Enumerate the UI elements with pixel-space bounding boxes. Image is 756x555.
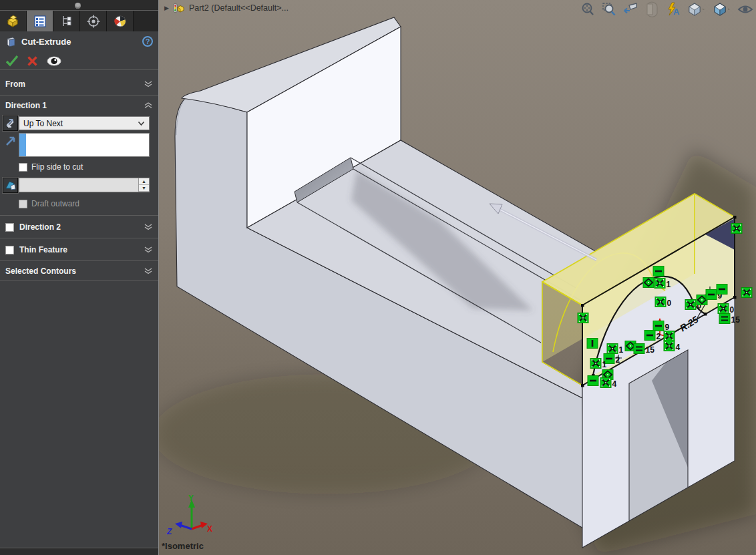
relation-badge-coincident[interactable]: 1: [607, 344, 624, 355]
chevron-double-down-icon[interactable]: [144, 80, 153, 88]
ok-checkmark-icon[interactable]: [5, 55, 19, 67]
headsup-toolbar: A: [580, 1, 753, 17]
relation-badge-horizontal[interactable]: [717, 285, 727, 295]
relation-count: 15: [646, 345, 655, 355]
display-style-icon[interactable]: [712, 1, 732, 17]
relation-badge-tangent[interactable]: [643, 278, 654, 288]
displaymanager-tab[interactable]: [107, 11, 134, 31]
relation-badge-coincident[interactable]: [578, 313, 588, 323]
relation-badge-coincident[interactable]: 0: [655, 297, 672, 308]
zoom-to-fit-icon[interactable]: [580, 1, 596, 17]
propertymanager-panel: Cut-Extrude ? From Direction 1: [0, 0, 159, 555]
panel-splitter-horizontal[interactable]: [0, 0, 158, 11]
axis-x-label: X: [207, 524, 212, 534]
relation-count: 0: [730, 305, 735, 315]
direction2-checkbox[interactable]: [5, 223, 14, 232]
extrude-direction-icon: [5, 134, 17, 147]
chevron-double-down-icon[interactable]: [144, 267, 153, 275]
relation-badge-vertical[interactable]: [587, 339, 598, 349]
quick-annotations-icon[interactable]: A: [665, 1, 681, 17]
relation-badge-equal[interactable]: 15: [719, 314, 740, 325]
configurationmanager-tab[interactable]: [53, 11, 80, 31]
draft-button[interactable]: [3, 178, 18, 193]
spinner-up-icon[interactable]: ▲: [139, 178, 149, 185]
graphics-viewport[interactable]: R.25 1009015115214924 Y X Z: [159, 0, 756, 555]
flip-side-checkbox-row[interactable]: Flip side to cut: [19, 162, 83, 172]
pm-action-bar: [0, 52, 158, 70]
flip-side-checkbox[interactable]: [19, 163, 27, 172]
propertymanager-tab[interactable]: [27, 11, 53, 31]
svg-text:A: A: [673, 7, 680, 17]
configuration-tree-icon: [59, 14, 74, 29]
direction-reference-listbox[interactable]: [19, 133, 150, 157]
feature-title: Cut-Extrude: [21, 37, 142, 47]
flyout-expander-icon[interactable]: ▶: [164, 5, 169, 11]
view-orientation-icon[interactable]: [687, 1, 707, 17]
panel-tab-strip: [0, 11, 158, 31]
relation-badge-coincident[interactable]: [731, 224, 742, 234]
splitter-grip-icon[interactable]: [75, 3, 81, 9]
relation-count: 4: [676, 343, 681, 352]
relation-badge-coincident[interactable]: 4: [664, 341, 681, 352]
relation-badge-horizontal[interactable]: 2: [644, 331, 661, 341]
listbox-selection-bar: [19, 134, 26, 156]
section-from-label: From: [5, 79, 25, 89]
zoom-to-area-icon[interactable]: [601, 1, 617, 17]
relation-count: 4: [612, 379, 617, 389]
draft-outward-checkbox-row: Draft outward: [19, 199, 79, 208]
section-thin-feature[interactable]: Thin Feature: [0, 240, 158, 260]
chevron-double-down-icon[interactable]: [144, 223, 153, 231]
section-selected-contours[interactable]: Selected Contours: [0, 262, 158, 281]
cancel-x-icon[interactable]: [27, 55, 38, 67]
section-thin-feature-label: Thin Feature: [19, 245, 67, 254]
section-direction1[interactable]: Direction 1: [0, 97, 158, 114]
relation-badge-horizontal[interactable]: [653, 266, 664, 276]
propertymanager-header: Cut-Extrude ?: [0, 31, 158, 51]
relation-count: 2: [656, 332, 661, 341]
reverse-direction-button[interactable]: [3, 116, 18, 131]
relation-count: 0: [667, 299, 672, 308]
thin-feature-checkbox[interactable]: [5, 246, 14, 254]
draft-outward-checkbox: [19, 200, 27, 208]
relation-count: 9: [665, 323, 670, 332]
featuremanager-tree-tab[interactable]: [0, 11, 27, 31]
relation-badge-coincident[interactable]: [741, 288, 752, 298]
section-direction2-label: Direction 2: [19, 222, 61, 232]
axis-y-label: Y: [188, 494, 194, 503]
relation-badge-coincident[interactable]: [664, 331, 675, 341]
axis-z-label: Z: [166, 527, 172, 536]
preview-eye-icon[interactable]: [46, 55, 62, 67]
part-icon: [6, 14, 21, 29]
spinner-down-icon[interactable]: ▼: [139, 185, 149, 192]
relation-badge-equal[interactable]: 15: [634, 344, 654, 355]
relation-badge-coincident[interactable]: 4: [600, 378, 617, 389]
dimxpert-target-icon: [86, 14, 101, 29]
relation-badge-horizontal[interactable]: 9: [653, 321, 670, 332]
appearance-ball-icon: [113, 14, 128, 29]
relation-badge-horizontal[interactable]: [588, 376, 598, 386]
section-direction2[interactable]: Direction 2: [0, 217, 158, 237]
previous-view-icon[interactable]: [622, 1, 638, 17]
flyout-document-title[interactable]: Part2 (Default<<Default>...: [189, 3, 289, 13]
section-from[interactable]: From: [0, 75, 158, 94]
hide-show-items-icon[interactable]: [737, 1, 753, 17]
draft-angle-input[interactable]: ▲▼: [19, 178, 150, 192]
chevron-double-down-icon[interactable]: [144, 246, 153, 254]
relation-badge-coincident[interactable]: 1: [654, 279, 671, 289]
relation-badge-coincident[interactable]: 1: [590, 359, 607, 369]
section-direction1-label: Direction 1: [5, 101, 47, 110]
flip-side-label: Flip side to cut: [31, 162, 83, 172]
help-icon[interactable]: ?: [142, 36, 153, 47]
relation-count: 1: [619, 345, 624, 355]
spinner-arrows[interactable]: ▲▼: [138, 178, 149, 192]
flyout-feature-tree[interactable]: ▶ Part2 (Default<<Default>...: [164, 3, 289, 13]
reverse-direction-icon: [5, 118, 16, 129]
relation-count: 2: [616, 355, 620, 365]
section-view-icon[interactable]: [644, 1, 660, 17]
relation-badge-coincident[interactable]: 0: [718, 304, 735, 315]
end-condition-dropdown[interactable]: Up To Next: [19, 116, 150, 130]
dimxpertmanager-tab[interactable]: [80, 11, 107, 31]
view-orientation-label: *Isometric: [162, 541, 204, 551]
chevron-double-up-icon[interactable]: [144, 102, 153, 110]
relation-count: 1: [667, 280, 671, 289]
